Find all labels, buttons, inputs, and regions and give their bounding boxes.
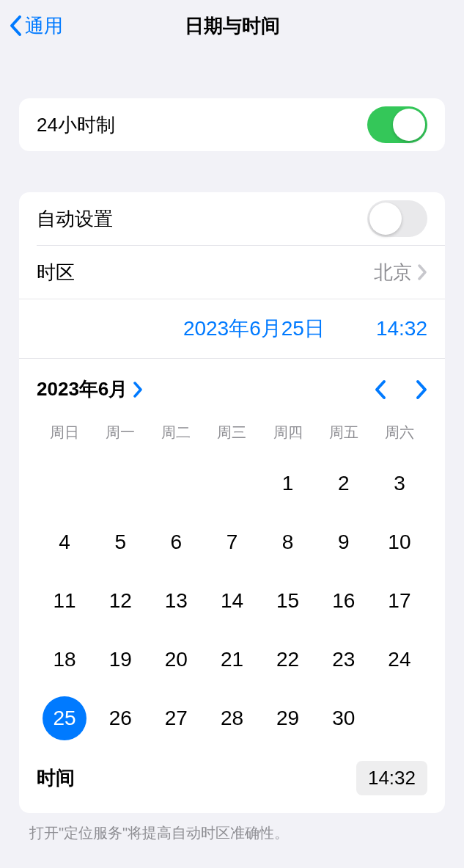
calendar-day-cell: 8 xyxy=(260,513,316,572)
calendar-day[interactable]: 3 xyxy=(378,462,421,506)
auto-set-toggle[interactable] xyxy=(367,200,427,237)
weekday-label: 周二 xyxy=(148,423,204,442)
calendar-day-cell: 30 xyxy=(316,689,372,748)
weekday-label: 周一 xyxy=(92,423,148,442)
weekday-label: 周四 xyxy=(260,423,316,442)
calendar-day[interactable]: 9 xyxy=(322,520,366,564)
month-navigation: 2023年6月 xyxy=(37,376,427,402)
month-picker-button[interactable]: 2023年6月 xyxy=(37,376,143,402)
auto-set-label: 自动设置 xyxy=(37,206,113,232)
calendar-day-cell: 27 xyxy=(148,689,204,748)
timezone-value: 北京 xyxy=(374,260,412,285)
clock-24h-label: 24小时制 xyxy=(37,112,115,138)
calendar-day[interactable]: 4 xyxy=(43,520,86,564)
prev-month-button[interactable] xyxy=(375,379,386,400)
calendar-day[interactable]: 8 xyxy=(266,520,310,564)
month-label: 2023年6月 xyxy=(37,376,128,402)
calendar-day-cell: 19 xyxy=(92,630,148,689)
switch-knob xyxy=(393,109,425,141)
back-button[interactable]: 通用 xyxy=(0,13,63,39)
calendar-day[interactable]: 24 xyxy=(378,638,421,682)
calendar-day-cell: 22 xyxy=(260,630,316,689)
selected-time-display[interactable]: 14:32 xyxy=(376,317,427,340)
calendar-day[interactable]: 5 xyxy=(98,520,142,564)
calendar-day-cell: 21 xyxy=(204,630,259,689)
weekday-label: 周六 xyxy=(372,423,427,442)
calendar-day[interactable]: 17 xyxy=(378,579,421,623)
calendar-day[interactable]: 25 xyxy=(43,696,86,740)
chevron-right-icon xyxy=(133,382,143,398)
calendar-day-cell: 26 xyxy=(92,689,148,748)
calendar-day[interactable]: 23 xyxy=(322,638,366,682)
calendar-day[interactable]: 13 xyxy=(154,579,198,623)
navigation-header: 通用 日期与时间 xyxy=(0,0,464,51)
calendar-day-cell: 23 xyxy=(316,630,372,689)
calendar-day[interactable]: 21 xyxy=(210,638,254,682)
calendar-day[interactable]: 26 xyxy=(98,696,142,740)
calendar-empty-cell xyxy=(148,454,204,513)
calendar-day-cell: 24 xyxy=(372,630,427,689)
calendar-day-cell: 6 xyxy=(148,513,204,572)
calendar-day-cell: 28 xyxy=(204,689,259,748)
calendar-day[interactable]: 6 xyxy=(154,520,198,564)
calendar-day[interactable]: 19 xyxy=(98,638,142,682)
weekday-label: 周日 xyxy=(37,423,92,442)
time-picker-value[interactable]: 14:32 xyxy=(356,761,427,795)
selected-date-display[interactable]: 2023年6月25日 xyxy=(183,315,325,343)
calendar-day[interactable]: 29 xyxy=(266,696,310,740)
calendar-day[interactable]: 7 xyxy=(210,520,254,564)
calendar-day-cell: 10 xyxy=(372,513,427,572)
footer-note: 打开"定位服务"将提高自动时区准确性。 xyxy=(0,813,464,843)
settings-group-2: 自动设置 时区 北京 2023年6月25日 14:32 2023年6月 xyxy=(19,192,445,813)
month-nav-arrows xyxy=(375,379,427,400)
calendar-day-cell: 2 xyxy=(316,454,372,513)
calendar-day[interactable]: 18 xyxy=(43,638,86,682)
time-picker-label: 时间 xyxy=(37,765,75,791)
calendar-day[interactable]: 15 xyxy=(266,579,310,623)
calendar-day[interactable]: 12 xyxy=(98,579,142,623)
calendar-day[interactable]: 16 xyxy=(322,579,366,623)
calendar-day-cell: 14 xyxy=(204,572,259,630)
calendar-day-cell: 20 xyxy=(148,630,204,689)
chevron-right-icon xyxy=(418,264,427,280)
calendar-day-cell: 25 xyxy=(37,689,92,748)
calendar-day[interactable]: 14 xyxy=(210,579,254,623)
calendar-day[interactable]: 30 xyxy=(322,696,366,740)
calendar-day[interactable]: 1 xyxy=(266,462,310,506)
auto-set-row: 自动设置 xyxy=(19,192,445,245)
calendar-day[interactable]: 2 xyxy=(322,462,366,506)
calendar-day-cell: 5 xyxy=(92,513,148,572)
calendar-day[interactable]: 10 xyxy=(378,520,421,564)
calendar-day-cell: 13 xyxy=(148,572,204,630)
calendar-day-cell: 11 xyxy=(37,572,92,630)
back-label: 通用 xyxy=(25,13,63,39)
calendar-day[interactable]: 22 xyxy=(266,638,310,682)
calendar-day-cell: 4 xyxy=(37,513,92,572)
weekday-label: 周三 xyxy=(204,423,259,442)
settings-group-1: 24小时制 xyxy=(19,98,445,151)
calendar-day-cell: 18 xyxy=(37,630,92,689)
chevron-left-icon xyxy=(9,15,22,37)
calendar-section: 2023年6月 周日周一周二周三周四周五周六 12345678910111213… xyxy=(19,359,445,748)
page-title: 日期与时间 xyxy=(185,13,280,39)
timezone-row[interactable]: 时区 北京 xyxy=(19,246,445,299)
calendar-day-cell: 12 xyxy=(92,572,148,630)
clock-24h-row: 24小时制 xyxy=(19,98,445,151)
timezone-value-group: 北京 xyxy=(374,260,427,285)
clock-24h-toggle[interactable] xyxy=(367,106,427,143)
switch-knob xyxy=(369,203,402,235)
calendar-empty-cell xyxy=(37,454,92,513)
calendar-day-cell: 3 xyxy=(372,454,427,513)
calendar-day-cell: 16 xyxy=(316,572,372,630)
calendar-day[interactable]: 27 xyxy=(154,696,198,740)
calendar-day[interactable]: 20 xyxy=(154,638,198,682)
calendar-day[interactable]: 11 xyxy=(43,579,86,623)
weekday-header: 周日周一周二周三周四周五周六 xyxy=(37,423,427,442)
date-time-display-row: 2023年6月25日 14:32 xyxy=(19,299,445,358)
calendar-day[interactable]: 28 xyxy=(210,696,254,740)
next-month-button[interactable] xyxy=(416,379,427,400)
calendar-grid: 1234567891011121314151617181920212223242… xyxy=(37,454,427,748)
calendar-day-cell: 7 xyxy=(204,513,259,572)
weekday-label: 周五 xyxy=(316,423,372,442)
calendar-day-cell: 9 xyxy=(316,513,372,572)
